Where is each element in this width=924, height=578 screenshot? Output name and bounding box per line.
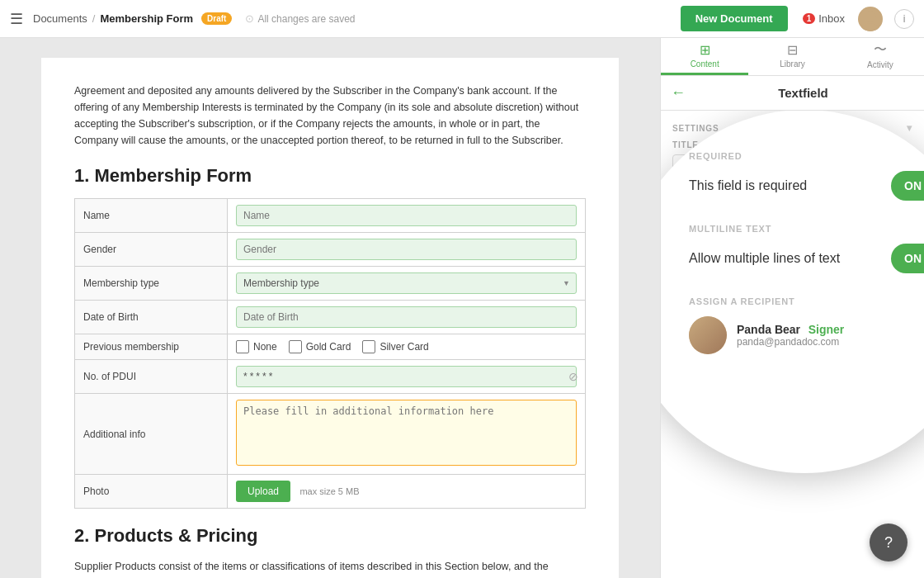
assign-avatar xyxy=(689,316,727,354)
field-label-prev-membership: Previous membership xyxy=(75,334,228,360)
checkbox-group: None Gold Card Silver Card xyxy=(236,340,577,353)
required-label: REQUIRED xyxy=(689,151,924,161)
field-label-name: Name xyxy=(75,199,228,233)
required-row: This field is required ON xyxy=(689,171,924,201)
info-icon[interactable]: i xyxy=(894,9,914,29)
intro-text: Agreement and deposited any amounts deli… xyxy=(74,83,586,149)
required-toggle-label: ON xyxy=(904,179,922,192)
field-label-additional: Additional info xyxy=(75,394,228,475)
assign-label: ASSIGN A RECIPIENT xyxy=(689,296,924,306)
membership-type-select-wrapper: Membership type xyxy=(236,272,577,294)
name-input[interactable] xyxy=(236,205,577,226)
checkbox-gold-box xyxy=(289,340,302,353)
section2-title: 2. Products & Pricing xyxy=(74,525,586,547)
tab-activity[interactable]: 〜 Activity xyxy=(837,38,924,75)
textfield-title: Textfield xyxy=(692,86,914,100)
section1-title: 1. Membership Form xyxy=(74,165,586,187)
textfield-body: SETTINGS ▾ TITLE REQUIRED This field is … xyxy=(661,111,924,578)
table-row: Additional info xyxy=(75,394,586,475)
membership-form-table: Name Gender Membership type Membership t… xyxy=(74,198,586,509)
table-row: No. of PDUI ⊘ xyxy=(75,360,586,394)
hamburger-icon[interactable]: ☰ xyxy=(10,10,23,28)
draft-badge: Draft xyxy=(201,12,232,25)
required-text: This field is required xyxy=(689,178,807,193)
field-cell-pdui: ⊘ xyxy=(228,360,586,394)
assign-user-name-row: Panda Bear Signer xyxy=(737,323,924,336)
checkbox-none[interactable]: None xyxy=(236,340,277,353)
doc-page: Agreement and deposited any amounts deli… xyxy=(41,58,619,578)
table-row: Previous membership None Gold Card Silve… xyxy=(75,334,586,360)
table-row: Membership type Membership type xyxy=(75,267,586,301)
tab-activity-label: Activity xyxy=(867,60,893,69)
multiline-toggle[interactable]: ON xyxy=(891,244,924,273)
gender-input[interactable] xyxy=(236,239,577,260)
table-row: Date of Birth xyxy=(75,301,586,334)
multiline-section: MULTILINE TEXT Allow multiple lines of t… xyxy=(689,224,924,273)
checkbox-gold[interactable]: Gold Card xyxy=(289,340,351,353)
chat-icon: ? xyxy=(884,534,893,552)
field-label-pdui: No. of PDUI xyxy=(75,360,228,394)
required-section: REQUIRED This field is required ON xyxy=(689,151,924,201)
document-area: Agreement and deposited any amounts deli… xyxy=(0,38,660,578)
field-cell-name xyxy=(228,199,586,233)
multiline-toggle-button[interactable]: ON xyxy=(891,244,924,273)
upload-button[interactable]: Upload xyxy=(236,481,290,502)
pdui-input[interactable] xyxy=(236,366,577,387)
circle-popup: REQUIRED This field is required ON xyxy=(661,111,924,473)
inbox-label: Inbox xyxy=(818,12,845,25)
dob-input[interactable] xyxy=(236,306,577,328)
chat-button[interactable]: ? xyxy=(870,524,908,561)
breadcrumb-separator: / xyxy=(92,12,96,25)
svg-point-1 xyxy=(861,23,879,31)
topbar: ☰ Documents / Membership Form Draft All … xyxy=(0,0,924,38)
pdui-icon: ⊘ xyxy=(568,370,578,383)
content-icon: ⊞ xyxy=(700,42,710,58)
tab-content[interactable]: ⊞ Content xyxy=(661,38,748,75)
field-label-photo: Photo xyxy=(75,475,228,509)
upload-note: max size 5 MB xyxy=(299,486,359,496)
field-cell-membership-type: Membership type xyxy=(228,267,586,301)
inbox-count: 1 xyxy=(803,13,816,24)
tab-library[interactable]: ⊟ Library xyxy=(748,38,836,75)
field-cell-additional xyxy=(228,394,586,475)
checkbox-silver-box xyxy=(362,340,375,353)
field-label-membership-type: Membership type xyxy=(75,267,228,301)
new-document-button[interactable]: New Document xyxy=(681,6,788,31)
tab-content-label: Content xyxy=(691,59,719,69)
field-cell-prev-membership: None Gold Card Silver Card xyxy=(228,334,586,360)
table-row: Name xyxy=(75,199,586,233)
required-toggle-button[interactable]: ON xyxy=(891,171,924,201)
activity-icon: 〜 xyxy=(874,41,887,59)
multiline-row: Allow multiple lines of text ON xyxy=(689,244,924,273)
assign-row: Panda Bear Signer panda@pandadoc.com × xyxy=(689,316,924,354)
multiline-text: Allow multiple lines of text xyxy=(689,251,840,266)
settings-chevron-icon: ▾ xyxy=(907,122,912,134)
right-panel-tabs: ⊞ Content ⊟ Library 〜 Activity xyxy=(661,38,924,76)
required-toggle[interactable]: ON xyxy=(891,171,924,201)
library-icon: ⊟ xyxy=(787,42,798,58)
field-label-dob: Date of Birth xyxy=(75,301,228,334)
main-layout: Agreement and deposited any amounts deli… xyxy=(0,38,924,578)
settings-label-text: SETTINGS xyxy=(672,124,719,133)
field-cell-gender xyxy=(228,233,586,267)
back-button[interactable]: ← xyxy=(671,84,686,102)
svg-point-0 xyxy=(865,11,876,22)
right-panel: ⊞ Content ⊟ Library 〜 Activity ← Textfie… xyxy=(660,38,924,578)
field-cell-dob xyxy=(228,301,586,334)
assign-section: ASSIGN A RECIPIENT Panda Bear Signer xyxy=(689,296,924,354)
field-cell-photo: Upload max size 5 MB xyxy=(228,475,586,509)
inbox-button[interactable]: 1 Inbox xyxy=(803,12,845,25)
assign-user-role: Signer xyxy=(808,323,845,336)
assign-user-email: panda@pandadoc.com xyxy=(737,336,924,348)
textfield-header: ← Textfield xyxy=(661,76,924,111)
tab-library-label: Library xyxy=(780,59,805,69)
assign-avatar-inner xyxy=(689,316,727,354)
membership-type-select[interactable]: Membership type xyxy=(236,272,577,294)
avatar[interactable] xyxy=(858,7,883,31)
checkbox-silver[interactable]: Silver Card xyxy=(362,340,428,353)
assign-user-info: Panda Bear Signer panda@pandadoc.com xyxy=(737,323,924,348)
breadcrumb-home[interactable]: Documents xyxy=(33,12,87,25)
section2-text: Supplier Products consist of the items o… xyxy=(74,558,586,578)
additional-info-textarea[interactable] xyxy=(236,400,577,466)
breadcrumb: Documents / Membership Form Draft xyxy=(33,12,232,25)
